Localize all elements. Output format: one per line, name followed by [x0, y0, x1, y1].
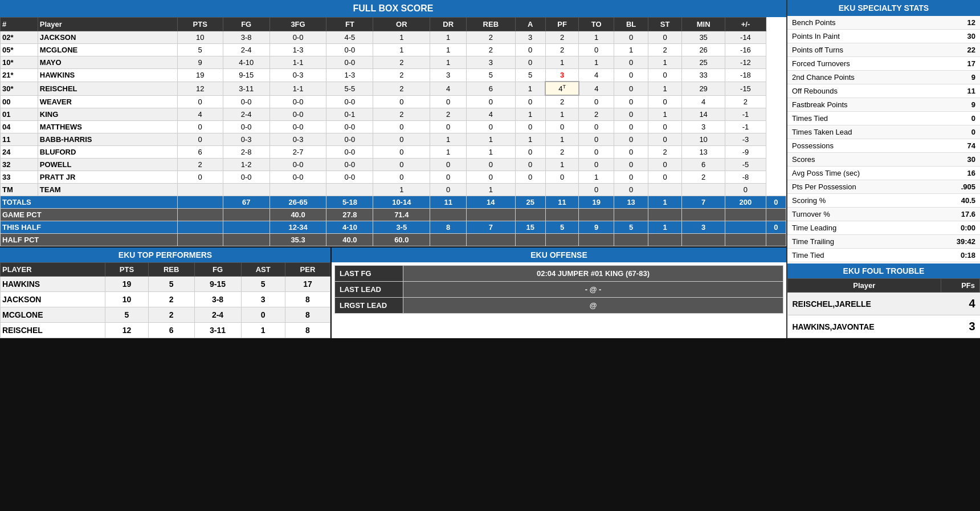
list-item: Pts Per Possession.905 [787, 180, 980, 194]
list-item: Time Tied0:18 [787, 249, 980, 262]
col-bl: BL [614, 18, 648, 31]
col-st: ST [648, 18, 682, 31]
list-item: JACKSON1023-838 [1, 292, 330, 307]
table-row: TMTEAM101000 [1, 184, 786, 196]
list-item: REISCHEL1263-1118 [1, 323, 330, 338]
col-num: # [1, 18, 38, 31]
specialty-table: Bench Points12Points In Paint30Points of… [787, 16, 980, 262]
list-item: Times Taken Lead0 [787, 125, 980, 139]
list-item: HAWKINS,JAVONTAE3 [788, 315, 980, 338]
foul-col-player: Player [788, 279, 941, 293]
bottom-section: EKU TOP PERFORMERS PLAYER PTS REB FG AST… [0, 248, 786, 338]
col-or: OR [373, 18, 430, 31]
col-a: A [515, 18, 545, 31]
top-performers-title: EKU TOP PERFORMERS [0, 248, 330, 262]
this-half-row: THIS HALF12-344-103-58715595130 [1, 221, 786, 234]
offense-title: EKU OFFENSE [332, 248, 786, 262]
table-row: 01KING42-40-00-12241120114-1 [1, 108, 786, 121]
list-item: Time Leading0:00 [787, 221, 980, 235]
col-fg: FG [223, 18, 270, 31]
table-row: 32POWELL21-20-00-0000010006-5 [1, 159, 786, 171]
specialty-title: EKU SPECIALTY STATS [787, 0, 980, 16]
list-item: Bench Points12 [787, 16, 980, 30]
list-item: Scoring %40.5 [787, 194, 980, 208]
offense-inner: LAST FG02:04 JUMPER #01 KING (67-83)LAST… [332, 262, 786, 317]
foul-col-pfs: PFs [941, 279, 979, 293]
perf-col-reb: REB [148, 263, 194, 277]
main-container: FULL BOX SCORE # Player PTS FG 3FG FT OR… [0, 0, 980, 338]
game-pct-row: GAME PCT40.027.871.4 [1, 209, 786, 221]
box-score-title: FULL BOX SCORE [0, 0, 786, 17]
right-section: EKU SPECIALTY STATS Bench Points12Points… [786, 0, 980, 338]
totals-row: TOTALS6726-655-1810-14111425111913172000 [1, 196, 786, 209]
perf-col-player: PLAYER [1, 263, 105, 277]
table-row: 24BLUFORD62-82-70-00110200213-9 [1, 146, 786, 159]
table-row: 02*JACKSON103-80-04-51123210035-14 [1, 31, 786, 44]
perf-col-pts: PTS [105, 263, 149, 277]
col-pm: +/- [725, 18, 766, 31]
list-item: Turnover %17.6 [787, 208, 980, 221]
perf-col-per: PER [285, 263, 330, 277]
table-row: 04MATTHEWS00-00-00-0000000003-1 [1, 121, 786, 133]
col-reb: REB [467, 18, 515, 31]
col-min: MIN [681, 18, 725, 31]
perf-col-ast: AST [241, 263, 285, 277]
half-pct-row: HALF PCT35.340.060.0 [1, 234, 786, 246]
list-item: Scores30 [787, 153, 980, 167]
col-pts: PTS [177, 18, 223, 31]
col-to: TO [579, 18, 614, 31]
list-item: LRGST LEAD@ [335, 298, 783, 314]
col-dr: DR [430, 18, 467, 31]
list-item: Fastbreak Points9 [787, 98, 980, 112]
foul-section: EKU FOUL TROUBLE Player PFs REISCHEL,JAR… [787, 263, 980, 338]
list-item: 2nd Chance Points9 [787, 71, 980, 84]
table-row: 21*HAWKINS199-150-31-32355340033-18 [1, 69, 786, 82]
list-item: Forced Turnovers17 [787, 57, 980, 71]
offense-table: LAST FG02:04 JUMPER #01 KING (67-83)LAST… [334, 265, 783, 314]
col-3fg: 3FG [270, 18, 326, 31]
table-row: 33PRATT JR00-00-00-0000001002-8 [1, 171, 786, 184]
perf-col-fg: FG [194, 263, 241, 277]
table-row: 00WEAVER00-00-00-00000200042 [1, 95, 786, 108]
foul-header-row: Player PFs [788, 279, 980, 293]
list-item: Avg Poss Time (sec)16 [787, 167, 980, 180]
list-item: LAST LEAD- @ - [335, 282, 783, 298]
list-item: Points off Turns22 [787, 43, 980, 57]
perf-header-row: PLAYER PTS REB FG AST PER [1, 263, 330, 277]
list-item: Points In Paint30 [787, 30, 980, 43]
table-row: 11BABB-HARRIS00-30-30-00111100010-3 [1, 133, 786, 146]
offense-section: EKU OFFENSE LAST FG02:04 JUMPER #01 KING… [332, 248, 786, 338]
table-row: 05*MCGLONE52-41-30-01120201226-16 [1, 44, 786, 56]
col-ft: FT [326, 18, 373, 31]
list-item: HAWKINS1959-15517 [1, 277, 330, 292]
table-row: 10*MAYO94-101-10-02130110125-12 [1, 56, 786, 69]
list-item: Possessions74 [787, 139, 980, 153]
col-player: Player [38, 18, 177, 31]
left-section: FULL BOX SCORE # Player PTS FG 3FG FT OR… [0, 0, 786, 338]
list-item: MCGLONE522-408 [1, 307, 330, 323]
table-row: 30*REISCHEL123-111-15-524614T40129-15 [1, 82, 786, 95]
foul-title: EKU FOUL TROUBLE [787, 263, 980, 278]
list-item: Off Rebounds11 [787, 84, 980, 98]
list-item: REISCHEL,JARELLE4 [788, 293, 980, 315]
list-item: LAST FG02:04 JUMPER #01 KING (67-83) [335, 266, 783, 282]
list-item: Times Tied0 [787, 112, 980, 125]
top-performers-table: PLAYER PTS REB FG AST PER HAWKINS1959-15… [0, 262, 330, 338]
box-score-header-row: # Player PTS FG 3FG FT OR DR REB A PF TO… [1, 18, 786, 31]
list-item: Time Trailing39:42 [787, 235, 980, 249]
top-performers-section: EKU TOP PERFORMERS PLAYER PTS REB FG AST… [0, 248, 330, 338]
box-score-table: # Player PTS FG 3FG FT OR DR REB A PF TO… [0, 17, 786, 246]
col-pf: PF [545, 18, 579, 31]
foul-table: Player PFs REISCHEL,JARELLE4HAWKINS,JAVO… [787, 278, 980, 338]
